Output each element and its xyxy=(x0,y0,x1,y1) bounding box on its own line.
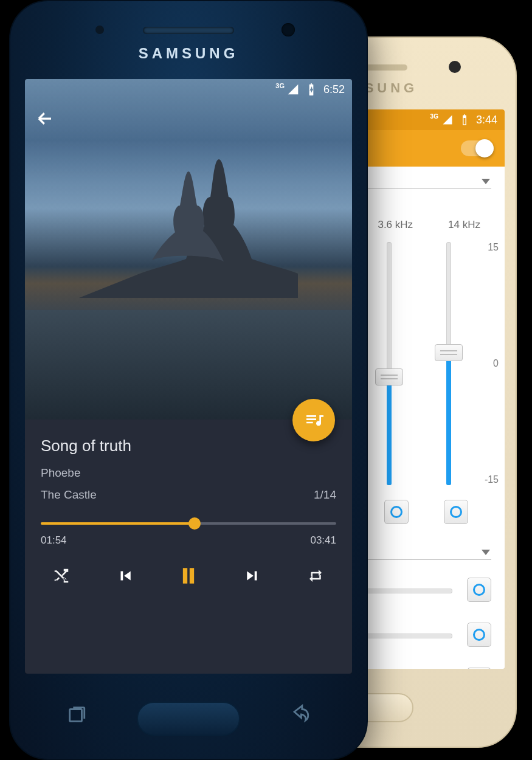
repeat-button[interactable] xyxy=(301,561,330,590)
back-icon xyxy=(290,704,311,725)
eq-effect-reset-1[interactable] xyxy=(467,623,491,647)
now-playing-panel: Song of truth Phoebe The Castle 1/14 01:… xyxy=(25,420,352,674)
eq-band-slider-1[interactable] xyxy=(430,242,467,485)
eq-band-label-1: 14 kHz xyxy=(448,219,480,231)
signal-icon xyxy=(287,83,299,95)
status-time-front: 6:52 xyxy=(323,83,345,96)
screen-front: 3G 6:52 xyxy=(25,79,352,674)
previous-button[interactable] xyxy=(111,561,140,590)
song-artist: Phoebe xyxy=(41,466,336,480)
network-label-front: 3G xyxy=(275,83,285,89)
brand-label-front: SAMSUNG xyxy=(10,45,367,62)
eq-scale: 15 0 -15 xyxy=(485,242,499,485)
song-title: Song of truth xyxy=(41,437,336,455)
shuffle-button[interactable] xyxy=(47,561,76,590)
playlist-music-icon xyxy=(304,410,323,430)
song-track-index: 1/14 xyxy=(314,488,336,502)
eq-enable-switch[interactable] xyxy=(461,140,494,156)
arrow-left-icon xyxy=(36,109,54,128)
hardware-home-button-front[interactable] xyxy=(137,702,240,736)
play-pause-button[interactable] xyxy=(174,561,203,590)
album-art: 3G 6:52 xyxy=(25,79,352,420)
album-art-graphic xyxy=(79,158,298,298)
eq-scale-max: 15 xyxy=(485,242,499,253)
speaker-grill xyxy=(143,27,234,34)
hardware-back-button[interactable] xyxy=(290,704,311,727)
eq-effect-reset-2[interactable] xyxy=(467,668,491,669)
eq-band-reset-0[interactable] xyxy=(384,500,409,524)
status-time-back: 3:44 xyxy=(476,114,497,126)
time-duration: 03:41 xyxy=(310,534,336,547)
playlist-fab[interactable] xyxy=(292,399,335,441)
recent-apps-icon xyxy=(66,704,87,725)
dropdown-caret-icon-2[interactable] xyxy=(482,550,490,555)
proximity-sensor xyxy=(95,26,104,34)
repeat-icon xyxy=(306,567,325,585)
eq-band-reset-1[interactable] xyxy=(444,500,468,524)
status-bar-front: 3G 6:52 xyxy=(25,79,352,100)
eq-scale-min: -15 xyxy=(485,474,499,485)
phone-front-shell: SAMSUNG 3G 6:52 xyxy=(9,0,368,760)
eq-band-labels: 3.6 kHz 14 kHz xyxy=(378,219,480,231)
pause-icon xyxy=(175,562,202,589)
svg-rect-0 xyxy=(70,710,82,722)
battery-icon xyxy=(459,114,470,125)
signal-icon xyxy=(442,114,453,125)
seek-bar[interactable] xyxy=(41,517,336,530)
network-label-back: 3G xyxy=(430,113,438,120)
eq-effect-reset-0[interactable] xyxy=(467,578,491,602)
dropdown-caret-icon[interactable] xyxy=(482,179,490,184)
front-camera xyxy=(282,23,295,36)
music-player-app: 3G 6:52 xyxy=(25,79,352,674)
playback-controls xyxy=(41,561,336,595)
front-camera xyxy=(449,61,461,73)
battery-charging-icon xyxy=(305,83,317,95)
song-album: The Castle xyxy=(41,488,97,502)
skip-previous-icon xyxy=(116,567,134,585)
back-button[interactable] xyxy=(36,109,54,130)
shuffle-icon xyxy=(52,567,71,585)
skip-next-icon xyxy=(243,567,261,585)
eq-scale-mid: 0 xyxy=(485,358,499,369)
next-button[interactable] xyxy=(238,561,267,590)
hardware-recent-button[interactable] xyxy=(66,704,87,727)
eq-band-slider-0[interactable] xyxy=(371,242,407,485)
time-elapsed: 01:54 xyxy=(41,534,67,547)
eq-band-label-0: 3.6 kHz xyxy=(378,219,413,231)
